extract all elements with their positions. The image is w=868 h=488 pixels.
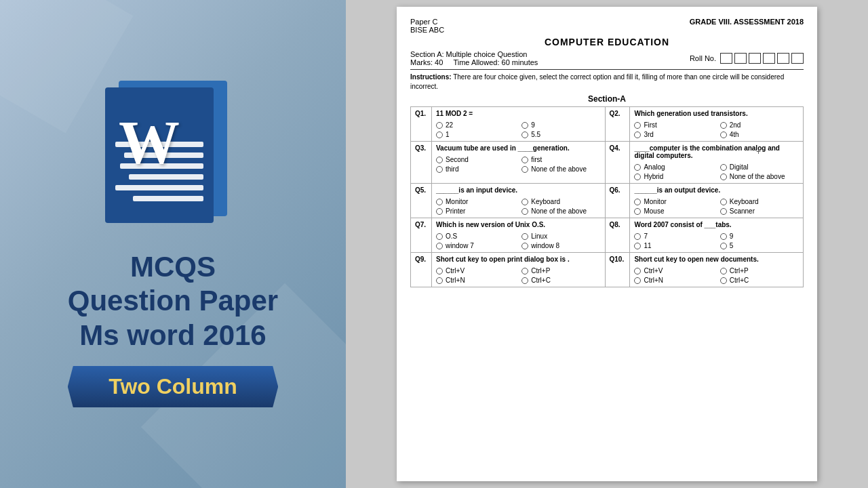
roll-box: [749, 53, 761, 64]
option-item: first: [521, 156, 600, 163]
q8-num: Q8.: [605, 218, 630, 253]
option-label: Linux: [531, 232, 547, 240]
left-text-block: MCQS Question Paper Ms word 2016 Two Col…: [68, 250, 278, 407]
option-label: Scanner: [730, 207, 755, 215]
option-label: Keyboard: [531, 198, 560, 205]
option-label: Ctrl+P: [531, 267, 550, 274]
option-item: Ctrl+V: [436, 267, 515, 274]
q10-text: Short cut key to open new documents.: [634, 256, 799, 263]
option-item: First: [634, 121, 713, 129]
option-item: Linux: [521, 232, 600, 240]
radio-circle: [521, 199, 528, 205]
q3-text: Vacuum tube are used in ____generation.: [436, 144, 601, 152]
word-icon-container: W: [105, 81, 241, 230]
option-item: Ctrl+V: [634, 267, 713, 274]
option-label: window 8: [531, 242, 559, 249]
radio-circle: [436, 199, 443, 205]
instructions-bold: Instructions:: [410, 73, 452, 81]
option-item: Second: [436, 156, 515, 163]
radio-circle: [436, 268, 443, 274]
q5-options: Monitor Keyboard Printer None of the abo…: [436, 198, 601, 215]
option-label: Monitor: [446, 198, 468, 205]
table-row: Q7. Which is new version of Unix O.S. O.…: [411, 218, 804, 253]
questions-table: Q1. 11 MOD 2 = 22 9 1 5.5 Q2. Which gene…: [410, 106, 804, 287]
option-label: 9: [531, 121, 535, 129]
radio-circle: [720, 122, 727, 129]
radio-circle: [720, 131, 727, 138]
option-item: window 7: [436, 242, 515, 249]
document: Paper C BISE ABC GRADE VIII. ASSESSMENT …: [397, 7, 817, 481]
option-label: Ctrl+C: [730, 277, 749, 284]
option-label: Monitor: [644, 198, 666, 205]
option-item: None of the above: [521, 207, 600, 215]
option-item: 5.5: [521, 131, 600, 138]
radio-circle: [634, 208, 641, 215]
option-label: None of the above: [531, 207, 587, 215]
option-label: 22: [446, 121, 453, 129]
q8-text: Word 2007 consist of ___tabs.: [634, 221, 799, 228]
radio-circle: [634, 164, 641, 171]
radio-circle: [720, 208, 727, 215]
option-label: Printer: [446, 207, 465, 215]
option-item: Monitor: [634, 198, 713, 205]
option-label: window 7: [446, 242, 474, 249]
radio-circle: [436, 277, 443, 284]
option-item: Ctrl+C: [521, 277, 600, 284]
table-row: Q3. Vacuum tube are used in ____generati…: [411, 142, 804, 184]
radio-circle: [436, 233, 443, 240]
q9-text: Short cut key to open print dialog box i…: [436, 256, 601, 263]
option-label: 11: [644, 242, 651, 249]
roll-box: [777, 53, 789, 64]
option-label: Keyboard: [730, 198, 759, 205]
radio-circle: [720, 164, 727, 171]
table-row: Q1. 11 MOD 2 = 22 9 1 5.5 Q2. Which gene…: [411, 107, 804, 142]
doc-section-header: Section A: Multiple choice Question Mark…: [410, 50, 804, 66]
bise-label: BISE ABC: [410, 26, 444, 34]
option-label: Ctrl+C: [531, 277, 551, 284]
q10-content: Short cut key to open new documents. Ctr…: [630, 253, 804, 287]
q6-options: Monitor Keyboard Mouse Scanner: [634, 198, 799, 215]
option-label: 2nd: [730, 121, 741, 129]
q10-options: Ctrl+V Ctrl+P Ctrl+N Ctrl+C: [634, 267, 799, 284]
q3-num: Q3.: [411, 142, 432, 184]
q7-num: Q7.: [411, 218, 432, 253]
q5-num: Q5.: [411, 184, 432, 218]
option-item: O.S: [436, 232, 515, 240]
option-item: third: [436, 165, 515, 173]
left-panel: W MCQS Question Paper Ms word 2016 Two C…: [0, 0, 346, 488]
option-label: Digital: [730, 163, 749, 171]
radio-circle: [634, 131, 641, 138]
q1-text: 11 MOD 2 =: [436, 110, 601, 117]
option-label: Ctrl+N: [644, 277, 663, 284]
right-panel: Paper C BISE ABC GRADE VIII. ASSESSMENT …: [346, 0, 868, 488]
q8-options: 7 9 11 5: [634, 232, 799, 249]
option-label: Analog: [644, 163, 665, 171]
q7-text: Which is new version of Unix O.S.: [436, 221, 601, 228]
instructions: Instructions: There are four choice give…: [410, 73, 804, 92]
doc-divider: [410, 69, 804, 70]
option-label: O.S: [446, 232, 457, 240]
doc-right-header: GRADE VIII. ASSESSMENT 2018: [690, 18, 804, 26]
option-item: Scanner: [720, 207, 799, 215]
time-label: Time Allowed: 60 minutes: [453, 58, 538, 66]
option-item: 9: [720, 232, 799, 240]
question-paper-title: Question Paper: [68, 284, 278, 318]
radio-circle: [634, 233, 641, 240]
marks-label: Marks: 40: [410, 58, 443, 66]
option-item: Ctrl+P: [521, 267, 600, 274]
q1-num: Q1.: [411, 107, 432, 142]
radio-circle: [720, 233, 727, 240]
roll-box: [720, 53, 732, 64]
option-label: Hybrid: [644, 173, 663, 180]
option-label: Ctrl+V: [446, 267, 465, 274]
option-item: Ctrl+P: [720, 267, 799, 274]
q5-content: ______is an input device. Monitor Keyboa…: [432, 184, 606, 218]
q4-num: Q4.: [605, 142, 630, 184]
option-item: Ctrl+N: [436, 277, 515, 284]
option-item: Keyboard: [521, 198, 600, 205]
table-row: Q9. Short cut key to open print dialog b…: [411, 253, 804, 287]
option-item: 7: [634, 232, 713, 240]
doc-header: Paper C BISE ABC GRADE VIII. ASSESSMENT …: [410, 18, 804, 34]
radio-circle: [436, 131, 443, 138]
option-item: Ctrl+N: [634, 277, 713, 284]
